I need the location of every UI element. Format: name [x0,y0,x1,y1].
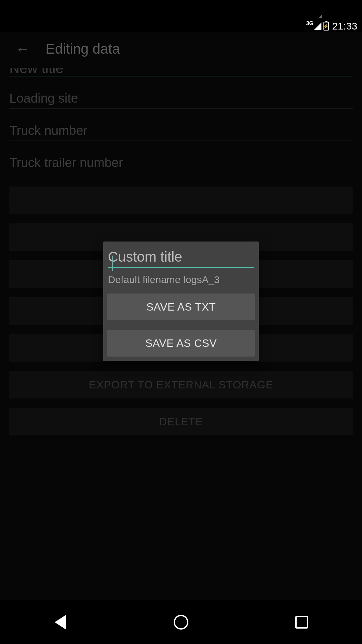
save-as-csv-button[interactable]: SAVE AS CSV [107,330,255,357]
status-bar: 3G ⚡ 21:33 [0,20,362,32]
square-icon [295,616,308,629]
network-label: 3G [306,20,313,26]
default-filename-note: Default filename logsA_3 [107,274,255,285]
custom-title-input[interactable] [108,248,254,268]
nav-back-button[interactable] [50,612,70,632]
input-cursor [112,256,113,271]
battery-icon: ⚡ [323,22,329,31]
clock: 21:33 [332,20,357,32]
signal-icon [314,22,321,30]
system-nav-bar [0,600,362,644]
nav-home-button[interactable] [171,612,191,632]
circle-icon [174,615,188,630]
save-dialog: Default filename logsA_3 SAVE AS TXT SAV… [103,241,259,361]
save-as-txt-button[interactable]: SAVE AS TXT [107,293,255,320]
screen-content: 3G ⚡ 21:33 ← Editing data New title Load… [0,20,362,600]
triangle-icon [55,615,66,630]
phone-frame: 3G ⚡ 21:33 ← Editing data New title Load… [0,0,362,644]
nav-recent-button[interactable] [292,612,312,632]
app-surface: ← Editing data New title Loading site Tr… [0,32,362,600]
